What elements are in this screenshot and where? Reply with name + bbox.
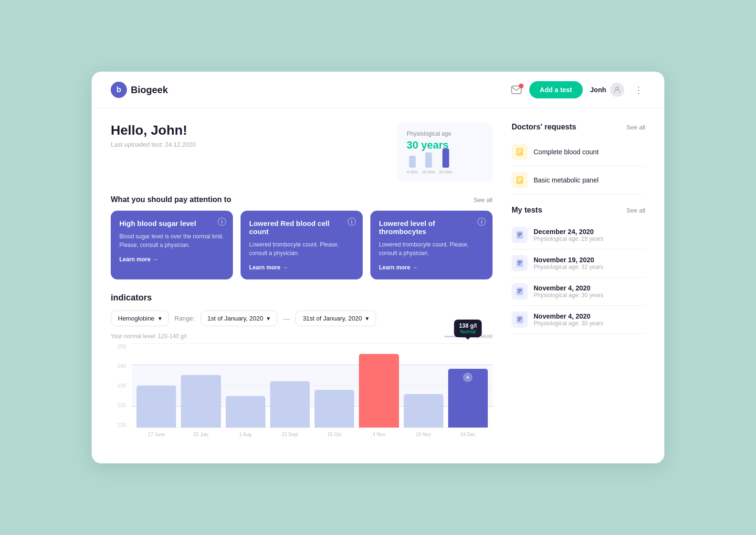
mail-button[interactable] — [511, 86, 522, 94]
svg-rect-14 — [516, 259, 523, 267]
bar-4 — [270, 381, 310, 428]
header: b Biogeek Add a test Jonh — [92, 72, 664, 108]
svg-rect-2 — [516, 148, 523, 156]
bar-col-4: 22 Sept — [270, 343, 310, 428]
greeting-area: Hello, John! Last uploaded test: 24.12.2… — [111, 123, 397, 148]
bar-col-8: 138 g/l Normal 24 Dec — [448, 343, 488, 428]
range-label: Range: — [175, 315, 195, 322]
svg-point-1 — [616, 87, 619, 90]
physio-bar-1: 4 Nov — [407, 156, 418, 174]
mail-badge — [519, 84, 524, 88]
svg-rect-18 — [516, 288, 523, 295]
learn-more-1[interactable]: Learn more → — [119, 256, 224, 263]
bar-1 — [136, 385, 176, 428]
attention-cards: i High blood sugar level Blood sugar lev… — [111, 211, 493, 279]
right-column: Doctors' requests See all Complete blood… — [512, 123, 645, 439]
user-avatar-icon — [610, 83, 624, 97]
chart-container: 150 140 130 120 110 — [111, 343, 493, 439]
test-item-4[interactable]: November 4, 2020 Physiological age: 30 y… — [512, 306, 645, 334]
test-item-1[interactable]: December 24, 2020 Physiological age: 29 … — [512, 221, 645, 249]
test-icon-2 — [512, 255, 528, 271]
bar-7 — [404, 394, 443, 428]
attention-title: What you should pay attention to — [111, 195, 231, 204]
info-icon-2: i — [347, 217, 356, 226]
learn-more-3[interactable]: Learn more → — [379, 264, 484, 271]
doctors-see-all[interactable]: See all — [626, 124, 645, 131]
request-icon-1 — [512, 144, 528, 160]
bar-col-6: 4 Nov — [359, 343, 399, 428]
bar-6 — [359, 354, 399, 428]
add-test-button[interactable]: Add a test — [529, 81, 583, 98]
range-from-dropdown[interactable]: 1st of January, 2020 ▾ — [200, 310, 278, 326]
attention-card-3[interactable]: i Lowered level of thrombocytes Lowered … — [370, 211, 493, 279]
doctors-requests-list: Complete blood count Basic metabolic pan… — [512, 138, 645, 194]
left-column: Hello, John! Last uploaded test: 24.12.2… — [111, 123, 493, 439]
bars-row: 17 June 15 July 1 Aug — [132, 343, 493, 428]
bar-col-2: 15 July — [181, 343, 220, 428]
my-tests-list: December 24, 2020 Physiological age: 29 … — [512, 221, 645, 334]
svg-rect-6 — [516, 176, 523, 184]
indicators-section: indicators Hemoglobine ▾ Range: 1st of J… — [111, 293, 493, 439]
card-title-1: High blood sugar level — [119, 219, 224, 227]
test-date-2: November 19, 2020 — [534, 256, 603, 264]
card-title-2: Lowered Red blood cell count — [249, 219, 354, 235]
request-name-1: Complete blood count — [534, 148, 598, 156]
card-desc-3: Lowered trombocyte count. Please, consul… — [379, 240, 484, 257]
bar-8 — [448, 369, 488, 428]
test-date-4: November 4, 2020 — [534, 312, 603, 320]
bar-2 — [181, 375, 220, 428]
bar-3 — [226, 396, 265, 428]
user-name: Jonh — [590, 86, 606, 94]
user-menu[interactable]: Jonh — [590, 83, 624, 97]
attention-card-1[interactable]: i High blood sugar level Blood sugar lev… — [111, 211, 233, 279]
request-name-2: Basic metabolic panel — [534, 176, 598, 184]
test-item-2[interactable]: November 19, 2020 Physiological age: 32 … — [512, 249, 645, 278]
svg-rect-10 — [516, 231, 523, 239]
test-date-1: December 24, 2020 — [534, 228, 603, 235]
physio-bar-3: 24 Dec — [439, 149, 453, 174]
logo-name: Biogeek — [131, 85, 168, 96]
header-right: Add a test Jonh ⋮ — [511, 81, 645, 98]
last-uploaded-text: Last uploaded test: 24.12.2020 — [111, 141, 397, 148]
test-physio-4: Physiological age: 30 years — [534, 320, 603, 327]
bar-col-3: 1 Aug — [226, 343, 265, 428]
info-icon-1: i — [218, 217, 226, 226]
my-tests-section: My tests See all — [512, 206, 645, 334]
my-tests-title: My tests — [512, 206, 542, 214]
request-item-2[interactable]: Basic metabolic panel — [512, 166, 645, 194]
request-item-1[interactable]: Complete blood count — [512, 138, 645, 166]
doctors-requests-header: Doctors' requests See all — [512, 123, 645, 131]
test-date-3: November 4, 2020 — [534, 284, 603, 292]
svg-rect-22 — [516, 316, 523, 323]
chart-meta: Your normal level: 120-140 g/l Normal le… — [111, 333, 493, 340]
bar-col-1: 17 June — [136, 343, 176, 428]
bar-5 — [315, 390, 354, 428]
indicator-dropdown[interactable]: Hemoglobine ▾ — [111, 310, 169, 326]
test-icon-3 — [512, 283, 528, 300]
physio-label: Physiological age — [407, 130, 483, 137]
bar-col-7: 19 Nov — [404, 343, 443, 428]
attention-header: What you should pay attention to See all — [111, 195, 493, 204]
indicators-controls: Hemoglobine ▾ Range: 1st of January, 202… — [111, 310, 493, 326]
test-item-3[interactable]: November 4, 2020 Physiological age: 30 y… — [512, 278, 645, 306]
test-physio-1: Physiological age: 29 years — [534, 235, 603, 242]
tests-see-all[interactable]: See all — [626, 207, 645, 214]
doctors-requests-title: Doctors' requests — [512, 123, 576, 131]
physiological-card: Physiological age 30 years 4 Nov 19 Nov — [397, 123, 493, 182]
hero-section: Hello, John! Last uploaded test: 24.12.2… — [111, 123, 493, 182]
attention-card-2[interactable]: i Lowered Red blood cell count Lowered t… — [241, 211, 363, 279]
range-to-dropdown[interactable]: 31st of January, 2020 ▾ — [295, 310, 376, 326]
test-physio-3: Physiological age: 30 years — [534, 292, 603, 299]
more-icon[interactable]: ⋮ — [632, 82, 645, 97]
my-tests-header: My tests See all — [512, 206, 645, 214]
attention-see-all[interactable]: See all — [473, 196, 493, 203]
test-icon-1 — [512, 227, 528, 243]
request-icon-2 — [512, 172, 528, 188]
learn-more-2[interactable]: Learn more → — [249, 264, 354, 271]
info-icon-3: i — [477, 217, 486, 226]
logo-area: b Biogeek — [111, 82, 511, 98]
y-axis: 150 140 130 120 110 — [111, 343, 129, 428]
card-title-3: Lowered level of thrombocytes — [379, 219, 484, 235]
normal-level-text: Your normal level: 120-140 g/l — [111, 333, 187, 340]
indicators-title: indicators — [111, 293, 493, 303]
